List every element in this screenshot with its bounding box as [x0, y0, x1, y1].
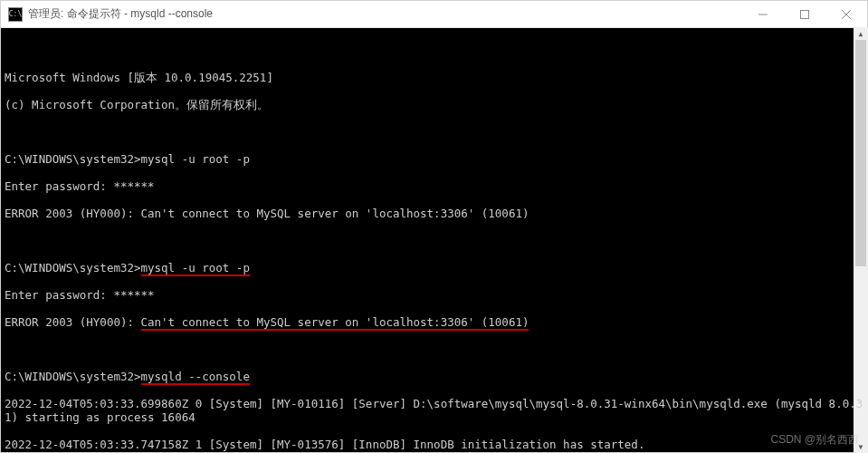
command-text-highlighted: mysql -u root -p [141, 261, 250, 276]
terminal-line: ERROR 2003 (HY000): Can't connect to MyS… [5, 315, 863, 329]
terminal-line: 2022-12-04T05:03:33.699860Z 0 [System] [… [5, 397, 863, 424]
window-controls [742, 1, 867, 27]
command-prompt-window: C:\ 管理员: 命令提示符 - mysqld --console Micros… [0, 0, 868, 453]
terminal-line: C:\WINDOWS\system32>mysqld --console [5, 370, 863, 383]
error-prefix: ERROR 2003 (HY000): [5, 315, 141, 329]
terminal-blank-line [5, 125, 863, 139]
terminal-blank-line [5, 234, 863, 247]
terminal-line: 2022-12-04T05:03:33.747158Z 1 [System] [… [5, 438, 863, 451]
minimize-icon [758, 10, 768, 19]
prompt-path: C:\WINDOWS\system32> [5, 152, 141, 166]
window-title: 管理员: 命令提示符 - mysqld --console [28, 6, 742, 22]
scrollbar-up-arrow-icon[interactable]: ▲ [854, 27, 868, 40]
app-icon: C:\ [8, 7, 23, 22]
close-button[interactable] [825, 1, 867, 27]
maximize-button[interactable] [784, 1, 825, 27]
terminal-line: Microsoft Windows [版本 10.0.19045.2251] [5, 71, 863, 84]
prompt-path: C:\WINDOWS\system32> [5, 261, 141, 275]
maximize-icon [800, 10, 809, 19]
terminal-line: Enter password: ****** [5, 288, 863, 302]
terminal-line: C:\WINDOWS\system32>mysql -u root -p [5, 261, 863, 275]
terminal-line: (c) Microsoft Corporation。保留所有权利。 [5, 98, 863, 111]
close-icon [842, 10, 851, 19]
titlebar[interactable]: C:\ 管理员: 命令提示符 - mysqld --console [1, 1, 867, 28]
minimize-button[interactable] [742, 1, 784, 27]
terminal-blank-line [5, 342, 863, 356]
svg-rect-1 [801, 10, 809, 18]
watermark-text: CSDN @别名西西 [770, 432, 859, 448]
prompt-path: C:\WINDOWS\system32> [5, 370, 141, 383]
terminal-line: C:\WINDOWS\system32>mysql -u root -p [5, 152, 863, 166]
command-text-highlighted: mysqld --console [141, 370, 250, 385]
terminal-output[interactable]: Microsoft Windows [版本 10.0.19045.2251] (… [1, 28, 867, 452]
terminal-line: Enter password: ****** [5, 179, 863, 193]
error-message-highlighted: Can't connect to MySQL server on 'localh… [141, 315, 529, 331]
command-text: mysql -u root -p [141, 152, 250, 166]
terminal-line: ERROR 2003 (HY000): Can't connect to MyS… [5, 207, 863, 220]
terminal-content: Microsoft Windows [版本 10.0.19045.2251] (… [5, 57, 863, 452]
